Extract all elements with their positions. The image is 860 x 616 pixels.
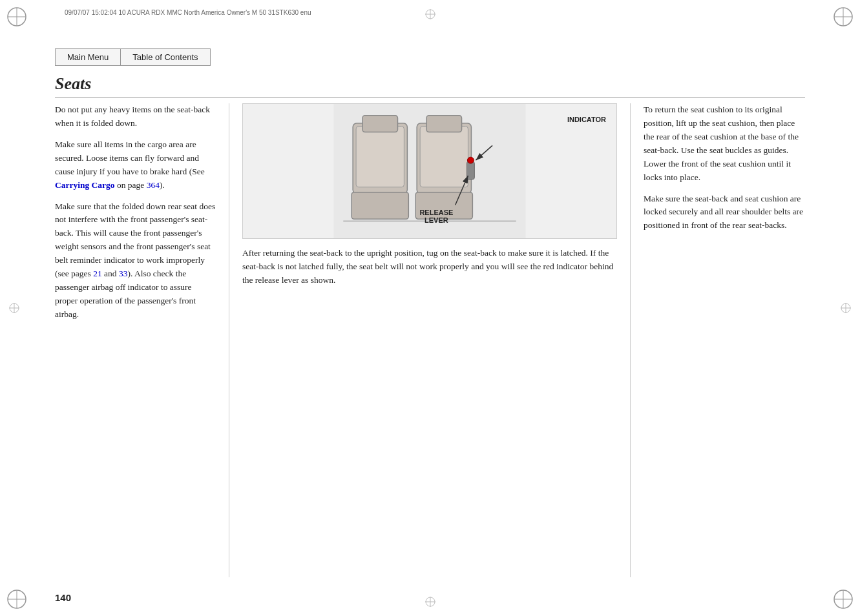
corner-decoration-tl bbox=[5, 5, 28, 28]
page-33-link[interactable]: 33 bbox=[119, 269, 128, 278]
corner-decoration-br bbox=[832, 588, 855, 611]
print-info: 09/07/07 15:02:04 10 ACURA RDX MMC North… bbox=[65, 9, 311, 16]
left-para-1: Do not put any heavy items on the seat-b… bbox=[55, 103, 216, 130]
page-364-link[interactable]: 364 bbox=[147, 180, 160, 190]
reg-mark-bottom bbox=[424, 595, 437, 608]
reg-mark-top bbox=[424, 8, 437, 21]
svg-rect-31 bbox=[351, 192, 408, 220]
carrying-cargo-link[interactable]: Carrying Cargo bbox=[55, 180, 115, 190]
reg-mark-left bbox=[8, 302, 21, 314]
left-para-2: Make sure all items in the cargo area ar… bbox=[55, 138, 216, 192]
corner-decoration-tr bbox=[832, 5, 855, 28]
main-menu-button[interactable]: Main Menu bbox=[55, 48, 120, 66]
page-21-link[interactable]: 21 bbox=[93, 269, 102, 278]
indicator-label: INDICATOR bbox=[567, 116, 606, 123]
corner-decoration-bl bbox=[5, 588, 28, 611]
nav-bar: Main Menu Table of Contents bbox=[55, 48, 211, 66]
svg-rect-29 bbox=[420, 127, 468, 187]
page-number: 140 bbox=[55, 592, 71, 603]
right-para-2: Make sure the seat-back and seat cushion… bbox=[644, 192, 805, 233]
svg-point-35 bbox=[467, 157, 474, 163]
svg-rect-26 bbox=[356, 127, 404, 187]
svg-rect-27 bbox=[362, 116, 397, 132]
col-center: INDICATOR RELEASELEVER After returning t… bbox=[229, 103, 631, 577]
col-right: To return the seat cushion to its origin… bbox=[631, 103, 805, 577]
left-para-3: Make sure that the folded down rear seat… bbox=[55, 200, 216, 322]
seat-image: INDICATOR RELEASELEVER bbox=[242, 103, 617, 239]
center-para-1: After returning the seat-back to the upr… bbox=[242, 247, 617, 287]
page-title-section: Seats bbox=[55, 74, 805, 98]
content-area: Do not put any heavy items on the seat-b… bbox=[55, 103, 805, 577]
reg-mark-right bbox=[839, 302, 852, 314]
right-para-1: To return the seat cushion to its origin… bbox=[644, 103, 805, 185]
page-title: Seats bbox=[55, 74, 805, 94]
col-left: Do not put any heavy items on the seat-b… bbox=[55, 103, 229, 577]
toc-button[interactable]: Table of Contents bbox=[120, 48, 210, 66]
svg-rect-30 bbox=[426, 116, 461, 132]
release-lever-label: RELEASELEVER bbox=[419, 209, 453, 224]
